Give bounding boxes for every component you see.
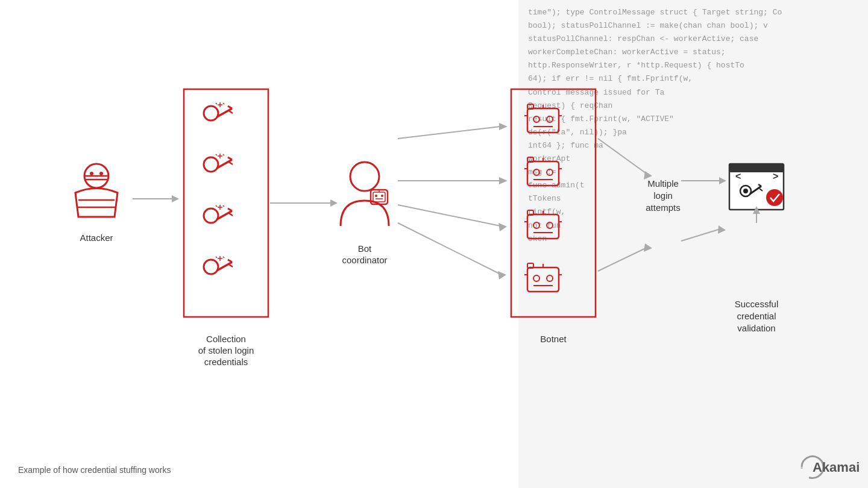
key-icon-1	[204, 102, 233, 120]
svg-line-21	[216, 154, 217, 155]
arrow-bot-botnet4	[398, 223, 500, 274]
arrowhead-botnet-right2	[644, 243, 652, 252]
svg-line-26	[229, 213, 233, 216]
bot-coordinator-icon	[341, 162, 389, 226]
svg-point-4	[99, 172, 103, 175]
akamai-logo: Akamai	[802, 457, 860, 478]
arrowhead-bot-botnet4	[498, 271, 506, 280]
svg-rect-46	[527, 108, 559, 133]
check-circle	[766, 189, 783, 206]
footer-text: Example of how credential stuffing works	[18, 465, 171, 475]
arrow-bot-botnet1	[398, 127, 500, 139]
svg-line-9	[228, 106, 232, 108]
main-diagram: Attacker	[0, 0, 868, 488]
svg-point-15	[204, 157, 218, 172]
svg-point-58	[547, 169, 553, 175]
svg-line-33	[228, 260, 232, 262]
code-bracket-left: <	[735, 171, 741, 181]
svg-point-73	[533, 275, 539, 281]
svg-line-29	[216, 205, 217, 207]
svg-line-18	[229, 162, 233, 164]
arrowhead-bot-botnet3	[498, 223, 507, 231]
svg-point-79	[743, 189, 748, 193]
svg-point-7	[204, 106, 218, 120]
svg-line-37	[216, 257, 217, 258]
arrowhead-collection-bot	[330, 199, 338, 207]
arrowhead-bot-botnet1	[499, 123, 508, 130]
svg-line-22	[223, 154, 224, 155]
svg-line-38	[223, 257, 224, 258]
code-bracket-right: >	[773, 171, 778, 181]
svg-point-49	[533, 116, 539, 122]
svg-point-57	[533, 169, 539, 175]
svg-line-10	[229, 111, 233, 113]
svg-point-23	[204, 208, 218, 223]
successful-cred-label1: Successful	[735, 299, 779, 309]
robot-icon-2	[524, 157, 562, 186]
arrowhead-attacker-collection	[172, 195, 179, 202]
svg-point-31	[204, 260, 218, 274]
svg-point-74	[547, 275, 553, 281]
key-icon-4	[204, 256, 233, 274]
collection-label-line3: credentials	[204, 357, 248, 367]
bot-coordinator-label2: coordinator	[342, 255, 387, 265]
svg-line-13	[216, 103, 217, 104]
collection-label-line1: Collection	[206, 334, 246, 344]
svg-line-14	[223, 103, 224, 104]
multiple-login-label2: login	[653, 190, 673, 201]
svg-point-65	[533, 222, 539, 228]
key-icon-2	[204, 154, 233, 172]
collection-box	[184, 89, 268, 317]
successful-cred-label3: validation	[737, 323, 775, 333]
svg-line-34	[229, 264, 233, 267]
svg-point-42	[375, 195, 377, 197]
svg-point-50	[547, 116, 553, 122]
svg-line-17	[228, 157, 232, 160]
arrowhead-login-cred2	[718, 225, 726, 234]
botnet-label: Botnet	[540, 334, 567, 344]
svg-line-24	[217, 211, 232, 219]
bot-coordinator-label1: Bot	[358, 243, 372, 254]
svg-point-39	[350, 162, 379, 191]
svg-line-8	[217, 108, 232, 117]
arrow-botnet-right2	[598, 247, 648, 271]
robot-icon-3	[524, 210, 562, 239]
svg-line-16	[217, 160, 232, 168]
svg-rect-62	[527, 214, 559, 239]
svg-line-25	[228, 208, 232, 211]
robot-icon-1	[524, 104, 562, 133]
svg-rect-54	[527, 161, 559, 186]
arrow-botnet-right1	[598, 139, 648, 175]
arrowhead-bot-botnet2	[499, 177, 508, 184]
multiple-login-label1: Multiple	[647, 178, 679, 189]
svg-point-43	[381, 195, 383, 197]
svg-point-3	[90, 172, 93, 175]
multiple-login-label3: attempts	[646, 202, 681, 213]
arrow-login-cred2	[681, 229, 720, 241]
robot-icon-4	[524, 263, 562, 292]
attacker-label: Attacker	[80, 233, 113, 243]
successful-cred-label2: credential	[737, 311, 776, 321]
svg-line-32	[217, 262, 232, 271]
svg-rect-70	[527, 267, 559, 292]
key-icon-3	[204, 205, 233, 223]
svg-line-30	[223, 205, 224, 207]
svg-text:Akamai: Akamai	[813, 460, 860, 475]
svg-rect-41	[373, 192, 385, 202]
attacker-icon	[75, 164, 118, 217]
arrowhead-login-cred1	[719, 177, 726, 184]
arrow-bot-botnet3	[398, 205, 500, 226]
svg-point-66	[547, 222, 553, 228]
botnet-box	[511, 89, 596, 317]
collection-label-line2: of stolen login	[198, 345, 254, 355]
